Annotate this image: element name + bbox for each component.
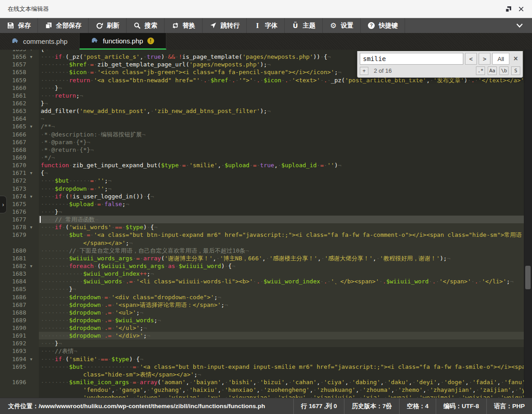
code-line-1682[interactable]: ········foreach·($wiiuii_words_args·as·$… xyxy=(39,262,524,270)
code-line-1696[interactable]: ········$smilie_icon_args·=·array('aoman… xyxy=(39,378,524,386)
code-line-1673[interactable]: ····$dropdown·=·'';¬ xyxy=(39,185,524,193)
code-line-1687[interactable]: ········$dropdown·.=·'<span>请选择评论常用语：</s… xyxy=(39,301,524,309)
toolbar-button-label: 刷新 xyxy=(107,22,119,30)
toolbar-collapse-button[interactable] xyxy=(510,18,528,33)
goto-line-button[interactable]: 跳转行 xyxy=(202,18,247,33)
replace-button[interactable]: 替换 xyxy=(165,18,202,33)
restore-window-icon[interactable] xyxy=(504,5,512,13)
code-line-1694[interactable]: ····if·('smilie'·==·$type)·{¬ xyxy=(39,355,524,363)
fold-arrow-icon[interactable]: ▾ xyxy=(26,355,36,363)
theme-button[interactable]: Ü主题 xyxy=(285,18,323,33)
gutter-row: 1688 xyxy=(0,309,39,316)
code-line-1689[interactable]: ········$dropdown·.=·$wiui_words;¬ xyxy=(39,316,524,324)
code-line-1684[interactable]: ············$wiui_words·.=·'<li class="w… xyxy=(39,278,524,285)
in-selection-toggle-button[interactable]: S xyxy=(511,66,520,75)
fold-arrow-icon[interactable]: ▾ xyxy=(26,223,36,231)
fold-arrow-icon[interactable]: ▾ xyxy=(26,262,36,270)
code-line-1691[interactable]: ········$dropdown·.=·'</div>';¬ xyxy=(39,332,524,339)
search-icon xyxy=(133,22,141,29)
code-line-1672[interactable]: ····$but······=·'';¬ xyxy=(39,177,524,184)
code-line-1662[interactable]: }¬ xyxy=(39,99,524,107)
code-line-1679-wrap[interactable]: </span></a>';¬ xyxy=(39,239,524,247)
code-line-1680[interactable]: ········//·下面是自定义常用语，自己自定义喜欢常用语，最后不超过10条… xyxy=(39,247,524,254)
code-line-1661[interactable]: ····return;¬ xyxy=(39,92,524,99)
code-line-1676[interactable]: ····}¬ xyxy=(39,208,524,216)
file-path-label: 文件位置：/www/wwwroot/huliku.com/wp-content/… xyxy=(8,402,265,410)
gutter-row: 1665▾ xyxy=(0,122,39,130)
match-case-toggle-button[interactable]: Aa xyxy=(488,66,497,75)
line-number: 1672 xyxy=(0,177,26,184)
settings-button[interactable]: ⚙设置 xyxy=(323,18,361,33)
code-line-1695-wrap[interactable]: class="hide-sm">表情</span></a>';¬ xyxy=(39,371,524,378)
scrollbar-thumb[interactable] xyxy=(525,266,531,289)
fold-arrow-icon[interactable]: ▾ xyxy=(26,193,36,200)
search-input[interactable] xyxy=(360,53,463,65)
code-line-1664[interactable]: ¬ xyxy=(39,115,524,122)
code-editor[interactable]: 1655▾1656▾165716581659166016611662166316… xyxy=(0,50,532,398)
code-line-1677[interactable]: ····//·常用语函数¬ xyxy=(39,216,524,223)
code-line-1685[interactable]: ········}¬ xyxy=(39,285,524,293)
whole-word-toggle-button[interactable]: \b xyxy=(499,66,508,75)
save-icon xyxy=(7,22,14,29)
code-line-1679[interactable]: ········$but·=·'<a class="but btn-input-… xyxy=(39,231,524,239)
code-line-1674[interactable]: ····if·(!is_user_logged_in())·{¬ xyxy=(39,193,524,200)
gutter-row: 1656▾ xyxy=(0,53,39,61)
line-number: 1694 xyxy=(0,355,26,363)
line-number: 1662 xyxy=(0,99,26,107)
toolbar-button-label: 主题 xyxy=(303,22,315,30)
hotkeys-icon: ? xyxy=(367,22,375,29)
code-area[interactable]: {¬····if·(_pz('post_article_s',·true)·&&… xyxy=(39,50,524,398)
fold-arrow-icon[interactable]: ▾ xyxy=(26,50,36,53)
line-number: 1692 xyxy=(0,339,26,347)
code-line-1692[interactable]: ····}¬ xyxy=(39,339,524,347)
code-line-1668[interactable]: ·*·@return·{*}¬ xyxy=(39,146,524,154)
search-button[interactable]: 搜索 xyxy=(127,18,165,33)
toolbar-button-label: 字体 xyxy=(265,22,278,30)
code-line-1688[interactable]: ········$dropdown·.=·'<ul>';¬ xyxy=(39,309,524,316)
code-line-1686[interactable]: ········$dropdown·=·'<div class="dropdow… xyxy=(39,293,524,301)
search-prev-button[interactable]: < xyxy=(465,53,477,65)
gutter-row: 1681 xyxy=(0,254,39,262)
code-line-1695[interactable]: ········$but··············=·'<a class="b… xyxy=(39,363,524,371)
refresh-button[interactable]: 刷新 xyxy=(89,18,127,33)
code-line-1683[interactable]: ············$wiui_word_index++;¬ xyxy=(39,270,524,278)
code-line-1663[interactable]: add_filter('new_add_btns_post',·'zib_new… xyxy=(39,107,524,115)
search-all-button[interactable]: All xyxy=(492,53,509,65)
code-line-1681[interactable]: ········$wiiuii_words_args·=·array('谢谢博主… xyxy=(39,254,524,262)
save-button[interactable]: 保存 xyxy=(0,18,38,33)
code-line-1666[interactable]: ·*·@description:·编辑器按钮扩展¬ xyxy=(39,131,524,138)
code-line-1693[interactable]: ····//表情¬ xyxy=(39,347,524,355)
hotkeys-button[interactable]: ?快捷键 xyxy=(361,18,405,33)
gutter-row: 1663 xyxy=(0,107,39,115)
chevron-down-icon xyxy=(516,22,523,30)
code-line-1678[interactable]: ····if·('wiui_words'·==·$type)·{¬ xyxy=(39,223,524,231)
sidebar-expand-handle[interactable]: › xyxy=(0,196,7,213)
gutter-row: 1660 xyxy=(0,84,39,92)
fold-arrow-icon[interactable]: ▾ xyxy=(26,122,36,130)
editor-scrollbar[interactable] xyxy=(524,50,532,398)
save-all-button[interactable]: 全部保存 xyxy=(38,18,89,33)
code-line-1665[interactable]: /**¬ xyxy=(39,122,524,130)
search-next-button[interactable]: > xyxy=(479,53,490,65)
search-expand-replace-button[interactable]: + xyxy=(360,67,368,75)
line-number: 1657 xyxy=(0,61,26,68)
line-number: 1663 xyxy=(0,107,26,115)
code-line-1670[interactable]: function·zib_get_input_expand_but($type·… xyxy=(39,161,524,169)
code-line-1671[interactable]: {¬ xyxy=(39,169,524,177)
tab-functions-php[interactable]: functions.php! xyxy=(80,33,166,50)
fold-arrow-icon[interactable]: ▾ xyxy=(26,169,36,177)
tab-comments-php[interactable]: comments.php xyxy=(0,33,80,50)
code-line-1667[interactable]: ·*·@param·{*}¬ xyxy=(39,138,524,146)
code-line-1696-wrap[interactable]: 'youhengheng',·'yiwen',·'yinxian',·'xu',… xyxy=(39,394,524,398)
code-line-1675[interactable]: ········$upload·=·false;¬ xyxy=(39,200,524,208)
font-button[interactable]: I字体 xyxy=(247,18,285,33)
code-line-1660[interactable]: ····}¬ xyxy=(39,84,524,92)
search-close-icon[interactable]: × xyxy=(511,55,520,63)
gutter-row: 1692 xyxy=(0,339,39,347)
code-line-1696-wrap[interactable]: 'fendou',·'ganga',·'guzhang',·'haixiu',·… xyxy=(39,386,524,394)
regex-toggle-button[interactable]: .* xyxy=(476,66,485,75)
close-window-icon[interactable] xyxy=(518,5,525,13)
fold-arrow-icon[interactable]: ▾ xyxy=(26,53,36,61)
code-line-1669[interactable]: ·*/¬ xyxy=(39,154,524,161)
code-line-1690[interactable]: ········$dropdown·.=·'</ul>';¬ xyxy=(39,324,524,332)
